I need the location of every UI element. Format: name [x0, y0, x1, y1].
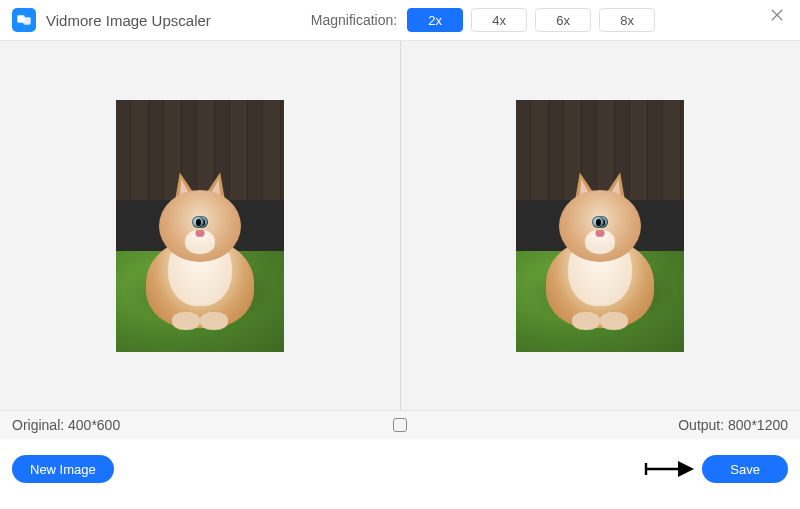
- output-image[interactable]: [516, 100, 684, 352]
- save-button[interactable]: Save: [702, 455, 788, 483]
- output-size-label: Output:: [678, 417, 724, 433]
- original-image[interactable]: [116, 100, 284, 352]
- output-pane: [401, 41, 801, 410]
- new-image-button[interactable]: New Image: [12, 455, 114, 483]
- footer: New Image Save: [0, 439, 800, 483]
- original-size: Original: 400*600: [12, 417, 120, 433]
- status-bar: Original: 400*600 Output: 800*1200: [0, 410, 800, 439]
- magnification-group: Magnification: 2x 4x 6x 8x: [311, 8, 655, 32]
- app-logo-icon: [12, 8, 36, 32]
- comparison-canvas: [0, 40, 800, 410]
- compare-icon[interactable]: [393, 418, 407, 432]
- magnification-4x[interactable]: 4x: [471, 8, 527, 32]
- output-size-value: 800*1200: [728, 417, 788, 433]
- magnification-6x[interactable]: 6x: [535, 8, 591, 32]
- close-icon[interactable]: [764, 2, 790, 28]
- original-size-label: Original:: [12, 417, 64, 433]
- magnification-label: Magnification:: [311, 12, 397, 28]
- svg-rect-1: [23, 17, 30, 24]
- header: Vidmore Image Upscaler Magnification: 2x…: [0, 0, 800, 40]
- svg-marker-5: [678, 461, 694, 477]
- app-title: Vidmore Image Upscaler: [46, 12, 211, 29]
- arrow-right-icon: [642, 457, 694, 481]
- original-pane: [0, 41, 400, 410]
- magnification-8x[interactable]: 8x: [599, 8, 655, 32]
- output-size: Output: 800*1200: [678, 417, 788, 433]
- magnification-buttons: 2x 4x 6x 8x: [407, 8, 655, 32]
- original-size-value: 400*600: [68, 417, 120, 433]
- magnification-2x[interactable]: 2x: [407, 8, 463, 32]
